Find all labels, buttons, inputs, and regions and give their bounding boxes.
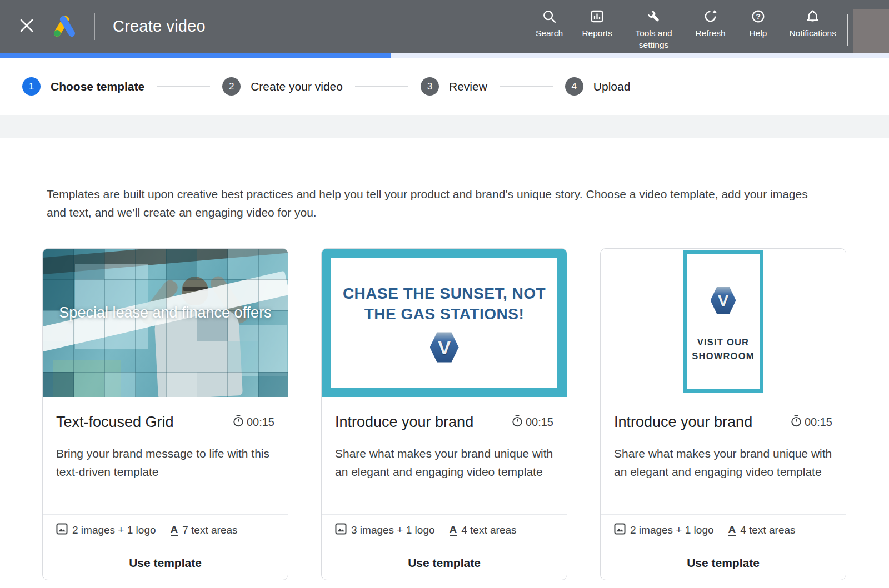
reports-icon xyxy=(590,8,605,24)
image-icon xyxy=(614,523,626,537)
use-template-button[interactable]: Use template xyxy=(322,546,567,580)
brand-hexagon-logo: V xyxy=(711,287,736,314)
template-duration: 00:15 xyxy=(233,415,274,430)
step-label: Review xyxy=(449,80,487,93)
page-title: Create video xyxy=(113,17,206,36)
brand-logo-letter: V xyxy=(438,338,451,357)
step-label: Choose template xyxy=(51,80,144,93)
template-thumbnail-vertical-banner: V VISIT OUR SHOWROOM xyxy=(601,249,846,397)
step-create-your-video[interactable]: 2 Create your video xyxy=(222,77,343,96)
template-name: Introduce your brand xyxy=(614,414,752,431)
images-spec-text: 3 images + 1 logo xyxy=(351,524,435,536)
account-avatar[interactable] xyxy=(853,9,889,53)
images-spec-text: 2 images + 1 logo xyxy=(72,524,156,536)
templates-intro-text: Templates are built upon creative best p… xyxy=(47,185,809,222)
step-connector xyxy=(355,86,408,87)
template-duration: 00:15 xyxy=(791,415,832,430)
use-template-button[interactable]: Use template xyxy=(43,546,288,580)
header-nav: Search Reports Tools and settings Refres… xyxy=(526,0,889,53)
wizard-stepper: 1 Choose template 2 Create your video 3 … xyxy=(0,58,889,115)
step-number-badge: 1 xyxy=(22,77,41,96)
step-number-badge: 2 xyxy=(222,77,241,96)
template-thumbnail-banner: CHASE THE SUNSET, NOT THE GAS STATIONS! … xyxy=(322,249,567,397)
step-connector xyxy=(500,86,553,87)
images-spec: 2 images + 1 logo xyxy=(56,523,156,537)
wrench-icon xyxy=(646,8,661,24)
template-duration: 00:15 xyxy=(512,415,553,430)
duration-value: 00:15 xyxy=(526,416,553,429)
stopwatch-icon xyxy=(791,415,802,430)
main-content: Templates are built upon creative best p… xyxy=(0,185,889,580)
step-review[interactable]: 3 Review xyxy=(421,77,487,96)
header-divider xyxy=(94,13,95,40)
progress-fill xyxy=(0,53,391,58)
nav-item-reports[interactable]: Reports xyxy=(573,8,621,39)
text-areas-spec: A 7 text areas xyxy=(171,524,238,536)
images-spec: 2 images + 1 logo xyxy=(614,523,714,537)
template-description: Bring your brand message to life with th… xyxy=(43,444,288,481)
text-spec-text: 7 text areas xyxy=(182,524,237,536)
template-card-introduce-your-brand-landscape: CHASE THE SUNSET, NOT THE GAS STATIONS! … xyxy=(321,248,567,580)
template-thumbnail-photo: Special lease and finance offers xyxy=(43,249,288,397)
nav-item-help[interactable]: ? Help xyxy=(735,8,782,39)
use-template-button[interactable]: Use template xyxy=(601,546,846,580)
nav-label: Search xyxy=(536,27,563,39)
step-label: Upload xyxy=(593,80,631,93)
nav-item-search[interactable]: Search xyxy=(526,8,573,39)
progress-track xyxy=(0,53,889,58)
step-connector xyxy=(157,86,210,87)
brand-logo-letter: V xyxy=(717,292,728,309)
help-icon: ? xyxy=(751,8,766,24)
mosaic-grid-lines xyxy=(43,249,288,397)
text-area-icon: A xyxy=(171,524,178,536)
step-number-badge: 3 xyxy=(421,77,439,96)
brand-hexagon-logo: V xyxy=(430,332,459,363)
nav-label: Refresh xyxy=(695,27,725,39)
nav-end-divider xyxy=(847,14,848,46)
image-icon xyxy=(56,523,68,537)
nav-label: Tools and settings xyxy=(628,27,680,51)
template-card-grid: Special lease and finance offers Text-fo… xyxy=(42,248,847,580)
template-specs: 2 images + 1 logo A 7 text areas xyxy=(43,514,288,546)
card-body: Introduce your brand 00:15 Share what ma… xyxy=(322,397,567,580)
images-spec-text: 2 images + 1 logo xyxy=(630,524,714,536)
text-area-icon: A xyxy=(450,524,457,536)
image-icon xyxy=(335,523,347,537)
banner-panel: CHASE THE SUNSET, NOT THE GAS STATIONS! … xyxy=(331,258,557,388)
images-spec: 3 images + 1 logo xyxy=(335,523,435,537)
bell-icon xyxy=(805,8,820,24)
step-label: Create your video xyxy=(251,80,343,93)
nav-label: Help xyxy=(750,27,767,39)
stopwatch-icon xyxy=(512,415,523,430)
text-areas-spec: A 4 text areas xyxy=(728,524,796,536)
nav-label: Notifications xyxy=(790,27,836,39)
vertical-banner: V VISIT OUR SHOWROOM xyxy=(683,250,763,393)
text-spec-text: 4 text areas xyxy=(461,524,516,536)
step-choose-template[interactable]: 1 Choose template xyxy=(22,77,144,96)
text-areas-spec: A 4 text areas xyxy=(450,524,517,536)
card-body: Text-focused Grid 00:15 Bring your brand… xyxy=(43,397,288,580)
nav-item-notifications[interactable]: Notifications xyxy=(782,8,843,39)
close-icon xyxy=(19,18,34,35)
duration-value: 00:15 xyxy=(247,416,274,429)
text-area-icon: A xyxy=(728,524,736,536)
banner-headline: CHASE THE SUNSET, NOT THE GAS STATIONS! xyxy=(341,283,548,324)
step-upload[interactable]: 4 Upload xyxy=(565,77,631,96)
card-body: Introduce your brand 00:15 Share what ma… xyxy=(601,397,846,580)
nav-label: Reports xyxy=(582,27,612,39)
google-ads-logo-icon xyxy=(51,14,78,39)
template-specs: 2 images + 1 logo A 4 text areas xyxy=(601,514,846,546)
svg-text:?: ? xyxy=(756,12,760,21)
template-card-introduce-your-brand-portrait: V VISIT OUR SHOWROOM Introduce your bran… xyxy=(600,248,846,580)
thumbnail-caption: Special lease and finance offers xyxy=(43,304,288,321)
nav-item-refresh[interactable]: Refresh xyxy=(687,8,735,39)
template-name: Introduce your brand xyxy=(335,414,473,431)
search-icon xyxy=(542,8,557,24)
step-number-badge: 4 xyxy=(565,77,583,96)
template-description: Share what makes your brand unique with … xyxy=(322,444,567,481)
nav-item-tools-and-settings[interactable]: Tools and settings xyxy=(621,8,687,51)
duration-value: 00:15 xyxy=(805,416,832,429)
stopwatch-icon xyxy=(233,415,244,430)
close-button[interactable] xyxy=(17,17,37,37)
template-card-text-focused-grid: Special lease and finance offers Text-fo… xyxy=(42,248,288,580)
